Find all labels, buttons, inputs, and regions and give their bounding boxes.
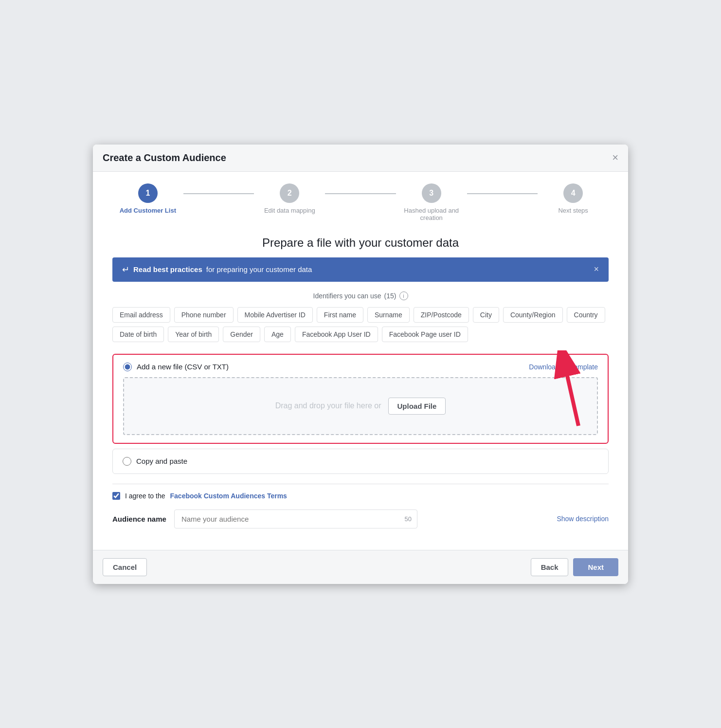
identifier-tag: Phone number [174, 307, 234, 323]
modal-body: 1 Add Customer List 2 Edit data mapping … [93, 172, 628, 550]
create-custom-audience-modal: Create a Custom Audience × 1 Add Custome… [93, 145, 628, 584]
upload-file-button[interactable]: Upload File [388, 398, 446, 415]
step-1-circle: 1 [138, 183, 158, 203]
banner-bold: Read best practices [133, 265, 202, 273]
step-3-label: Hashed upload and creation [396, 207, 467, 221]
copy-paste-text: Copy and paste [136, 457, 187, 465]
step-connector-3 [467, 193, 538, 194]
step-2: 2 Edit data mapping [254, 183, 325, 214]
steps-container: 1 Add Customer List 2 Edit data mapping … [112, 183, 609, 221]
terms-link[interactable]: Facebook Custom Audiences Terms [170, 492, 287, 500]
identifier-tag: Date of birth [112, 327, 164, 342]
identifier-tag: Gender [223, 327, 260, 342]
step-3: 3 Hashed upload and creation [396, 183, 467, 221]
audience-label: Audience name [112, 515, 166, 523]
show-description-link[interactable]: Show description [557, 515, 609, 523]
identifier-tag: ZIP/Postcode [414, 307, 469, 323]
step-4: 4 Next steps [538, 183, 609, 214]
terms-checkbox[interactable] [112, 492, 120, 500]
step-connector-1 [183, 193, 254, 194]
identifier-tag: County/Region [503, 307, 563, 323]
audience-input-wrap: 50 [174, 510, 417, 528]
step-4-circle: 4 [563, 183, 583, 203]
copy-paste-box: Copy and paste [112, 449, 609, 474]
modal-footer: Cancel Back Next [93, 550, 628, 584]
banner-icon: ↵ [122, 264, 129, 275]
file-option-header: Add a new file (CSV or TXT) Download fil… [123, 363, 598, 371]
audience-row: Audience name 50 Show description [112, 510, 609, 528]
identifier-tag: First name [317, 307, 363, 323]
modal-title: Create a Custom Audience [103, 152, 226, 164]
footer-left: Cancel [103, 558, 147, 576]
copy-paste-label[interactable]: Copy and paste [123, 457, 598, 466]
step-2-circle: 2 [280, 183, 299, 203]
identifier-tag: Facebook Page user ID [382, 327, 468, 342]
file-upload-box: Add a new file (CSV or TXT) Download fil… [112, 354, 609, 444]
terms-row: I agree to the Facebook Custom Audiences… [112, 492, 609, 500]
info-icon[interactable]: i [399, 291, 408, 300]
download-template-link[interactable]: Download file template [529, 363, 598, 371]
copy-paste-radio[interactable] [123, 457, 131, 466]
audience-name-input[interactable] [174, 510, 417, 528]
step-1-label: Add Customer List [120, 207, 176, 214]
identifier-tag: Country [567, 307, 605, 323]
identifier-tag: Age [264, 327, 291, 342]
main-heading: Prepare a file with your customer data [112, 236, 609, 250]
modal-header: Create a Custom Audience × [93, 145, 628, 172]
banner-text: ↵ Read best practices for preparing your… [122, 264, 312, 275]
back-button[interactable]: Back [531, 558, 569, 576]
drop-zone-text: Drag and drop your file here or [275, 401, 381, 410]
divider [112, 484, 609, 484]
file-radio-label: Add a new file (CSV or TXT) [137, 363, 229, 371]
cancel-button[interactable]: Cancel [103, 558, 147, 576]
banner-close-button[interactable]: × [594, 264, 599, 274]
identifier-tag: Email address [112, 307, 170, 323]
blue-banner: ↵ Read best practices for preparing your… [112, 257, 609, 282]
step-2-label: Edit data mapping [264, 207, 315, 214]
step-connector-2 [325, 193, 396, 194]
drop-zone[interactable]: Drag and drop your file here or Upload F… [123, 377, 598, 435]
close-button[interactable]: × [612, 152, 618, 163]
identifiers-count: (15) [384, 292, 397, 300]
step-4-label: Next steps [558, 207, 588, 214]
char-count: 50 [404, 515, 411, 523]
file-radio-input[interactable] [123, 363, 132, 371]
file-option-label[interactable]: Add a new file (CSV or TXT) [123, 363, 229, 371]
identifier-tag: Surname [367, 307, 410, 323]
next-button[interactable]: Next [573, 558, 618, 576]
identifier-tag: Year of birth [168, 327, 219, 342]
footer-right: Back Next [531, 558, 618, 576]
identifier-tag: Facebook App User ID [295, 327, 378, 342]
identifiers-label: Identifiers you can use (15) i [112, 291, 609, 300]
identifier-tag: Mobile Advertiser ID [237, 307, 313, 323]
identifiers-text: Identifiers you can use [313, 292, 381, 300]
step-3-circle: 3 [422, 183, 441, 203]
terms-text: I agree to the [125, 492, 165, 500]
identifier-tag: City [473, 307, 499, 323]
step-1: 1 Add Customer List [112, 183, 183, 214]
identifiers-grid: Email address Phone number Mobile Advert… [112, 307, 609, 342]
banner-normal: for preparing your customer data [206, 265, 312, 273]
